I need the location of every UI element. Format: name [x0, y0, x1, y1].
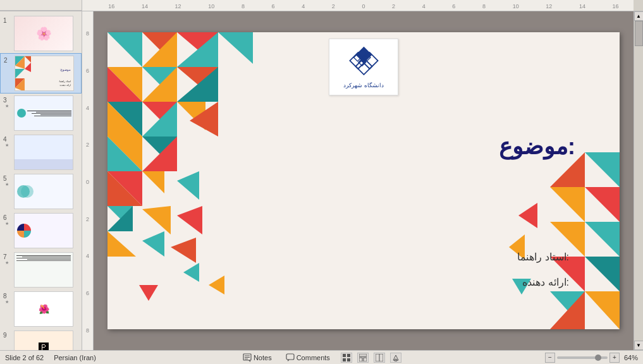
slide-item-5[interactable]: 5 ★ — [0, 172, 82, 211]
comments-button[interactable]: Comments — [283, 352, 333, 363]
panel-icon-4[interactable] — [390, 353, 401, 363]
slide-thumb-4[interactable] — [14, 135, 73, 170]
slide-info: Slide 2 of 62 — [5, 354, 44, 361]
svg-marker-43 — [209, 276, 224, 294]
svg-marker-42 — [183, 263, 199, 282]
zoom-in-button[interactable]: + — [609, 353, 620, 363]
comments-icon — [286, 353, 295, 362]
slide-item-1[interactable]: 1 🌸 — [0, 14, 82, 53]
slide-thumb-9[interactable]: 🅿 — [14, 331, 73, 350]
svg-rect-80 — [359, 358, 362, 361]
svg-marker-33 — [142, 171, 164, 193]
slide-presenter[interactable]: :ارائه دهنده — [522, 276, 569, 288]
svg-marker-10 — [107, 32, 142, 67]
slide-panel: 1 🌸 2 — [0, 11, 82, 350]
ruler-left: 8 6 4 2 0 2 4 6 8 — [82, 11, 94, 350]
svg-marker-3 — [15, 69, 25, 78]
svg-marker-44 — [139, 285, 158, 301]
panel-icon-1[interactable] — [341, 353, 352, 363]
panel-icon-2[interactable] — [357, 353, 369, 363]
svg-marker-38 — [177, 206, 202, 234]
panel-icons — [341, 353, 401, 363]
status-left: Slide 2 of 62 Persian (Iran) — [5, 354, 96, 361]
language-info: Persian (Iran) — [54, 354, 96, 361]
slide-item-2[interactable]: 2 — [0, 53, 82, 94]
notes-button[interactable]: Notes — [240, 352, 275, 363]
panel-icon-3[interactable] — [374, 353, 385, 363]
status-right: − + 64% — [545, 353, 638, 363]
svg-marker-5 — [25, 63, 31, 72]
scroll-thumb[interactable] — [635, 21, 643, 46]
slide-canvas: دانشگاه شهرکرد :موضوع :استاد راهنما :ارا… — [94, 11, 634, 350]
comments-label: Comments — [297, 354, 330, 361]
logo-box: دانشگاه شهرکرد — [329, 39, 398, 95]
svg-marker-47 — [550, 187, 585, 222]
svg-rect-73 — [286, 354, 294, 360]
svg-marker-40 — [142, 231, 164, 257]
slide-item-7[interactable]: 7 ★ — [0, 250, 82, 289]
notes-label: Notes — [254, 354, 272, 361]
svg-marker-84 — [393, 355, 398, 360]
slide-title[interactable]: :موضوع — [499, 133, 575, 160]
svg-rect-81 — [364, 358, 367, 361]
slide-thumb-1[interactable]: 🌸 — [14, 16, 73, 51]
scroll-up-button[interactable]: ▲ — [634, 11, 644, 21]
slide-number-1: 1 — [3, 16, 11, 24]
svg-rect-77 — [343, 358, 346, 361]
svg-rect-78 — [347, 358, 350, 361]
slide-item-3[interactable]: 3 ★ — [0, 94, 82, 133]
slide-item-6[interactable]: 6 ★ — [0, 211, 82, 250]
slide-thumb-8[interactable]: 🌺 — [14, 291, 73, 327]
svg-rect-79 — [359, 354, 367, 356]
svg-marker-52 — [585, 257, 620, 291]
app-container: 1614121086420246810121416 1 🌸 — [0, 0, 643, 364]
svg-marker-7 — [218, 32, 253, 64]
scroll-track[interactable] — [634, 21, 644, 341]
svg-marker-49 — [585, 222, 620, 257]
svg-marker-39 — [107, 231, 136, 257]
svg-marker-54 — [585, 291, 620, 329]
notes-icon — [243, 353, 252, 362]
zoom-slider[interactable] — [557, 356, 608, 359]
svg-rect-75 — [343, 354, 346, 357]
svg-marker-48 — [585, 187, 620, 222]
svg-marker-72 — [248, 360, 250, 362]
logo-text: دانشگاه شهرکرد — [343, 82, 384, 88]
zoom-out-button[interactable]: − — [545, 353, 555, 363]
vertical-scrollbar: ▲ ▼ — [634, 11, 643, 350]
slide-thumb-6[interactable] — [14, 213, 73, 248]
slide-thumb-7[interactable] — [14, 252, 73, 288]
svg-rect-76 — [347, 354, 350, 357]
svg-marker-1 — [25, 56, 31, 63]
slide-item-9[interactable]: 9 🅿 — [0, 329, 82, 350]
zoom-slider-thumb[interactable] — [595, 355, 601, 361]
zoom-level: 64% — [624, 354, 638, 361]
zoom-control: − + 64% — [545, 353, 638, 363]
status-center: Notes Comments — [106, 352, 535, 363]
svg-marker-45 — [585, 152, 620, 187]
ruler-top: 1614121086420246810121416 — [94, 0, 634, 11]
scroll-down-button[interactable]: ▼ — [634, 341, 644, 350]
slide-main[interactable]: دانشگاه شهرکرد :موضوع :استاد راهنما :ارا… — [107, 32, 620, 329]
slide-item-8[interactable]: 8 ★ 🌺 — [0, 289, 82, 329]
slide-thumb-3[interactable] — [14, 95, 73, 131]
slide-thumb-2[interactable]: موضوع: استاد راهنما: ارائه دهنده: — [15, 56, 74, 91]
svg-marker-41 — [171, 238, 196, 263]
svg-marker-34 — [177, 171, 199, 200]
status-bar: Slide 2 of 62 Persian (Iran) Notes — [0, 350, 643, 364]
slide-thumb-5[interactable] — [14, 174, 73, 209]
svg-marker-37 — [142, 206, 171, 234]
svg-marker-74 — [288, 360, 290, 361]
slide-number-2: 2 — [4, 56, 11, 64]
slide-item-4[interactable]: 4 ★ — [0, 133, 82, 172]
svg-marker-56 — [518, 203, 537, 228]
slide-instructor[interactable]: :استاد راهنما — [517, 251, 569, 263]
